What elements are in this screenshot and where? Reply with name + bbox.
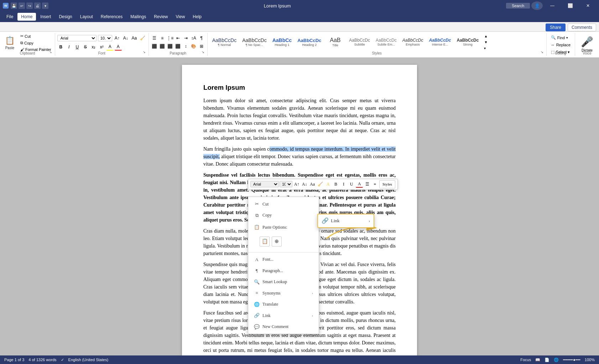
line-spacing-button[interactable]: ↕ xyxy=(182,43,189,50)
redo-tool[interactable]: ↪ xyxy=(26,2,33,9)
ctx-paragraph[interactable]: ¶ Paragraph... xyxy=(248,265,319,276)
decrease-indent-button[interactable]: ⇤ xyxy=(175,35,182,42)
superscript-button[interactable]: x² xyxy=(98,43,105,51)
ctx-new-comment[interactable]: 💬 New Comment xyxy=(248,321,319,333)
menu-file[interactable]: File xyxy=(3,13,17,21)
share-button[interactable]: Share xyxy=(546,24,566,31)
customize-tool[interactable]: ▾ xyxy=(42,2,48,9)
menu-view[interactable]: View xyxy=(172,13,189,21)
link-tooltip[interactable]: 🔗 Link › xyxy=(317,214,374,228)
replace-button[interactable]: ↔ Replace xyxy=(549,42,573,48)
clipboard-expand[interactable]: ↘ xyxy=(49,50,54,55)
style-strong[interactable]: AaBbCcDc Strong xyxy=(454,37,481,47)
style-no-spacing[interactable]: AaBbCcDc ¶ No Spac... xyxy=(240,36,269,48)
mini-clear-btn[interactable]: 🧹 xyxy=(317,181,324,188)
paste-merge-format[interactable]: ⊕ xyxy=(272,236,282,246)
style-intense-emphasis[interactable]: AaBbCcDc Intense E... xyxy=(426,37,453,47)
mini-highlight-btn[interactable]: A xyxy=(324,181,332,188)
print-tool[interactable]: 🖨 xyxy=(34,2,41,9)
underline-button[interactable]: U xyxy=(74,43,81,51)
search-box[interactable]: Search xyxy=(506,3,530,9)
menu-home[interactable]: Home xyxy=(17,13,36,21)
ctx-translate[interactable]: 🌐 Translate xyxy=(248,299,319,310)
strikethrough-button[interactable]: S xyxy=(82,43,89,51)
show-formatting-button[interactable]: ¶ xyxy=(198,35,205,42)
view-print-icon[interactable]: 📄 xyxy=(545,358,549,362)
style-normal[interactable]: AaBbCcDc ¶ Normal xyxy=(210,36,239,48)
ctx-font[interactable]: A Font... xyxy=(248,254,319,265)
styles-more[interactable]: ▾ xyxy=(483,46,488,51)
copy-button[interactable]: ⧉ Copy xyxy=(19,40,53,46)
numbered-list-button[interactable]: ≡ xyxy=(159,35,166,42)
style-subtitle[interactable]: AaBbCcDc Subtitle xyxy=(347,37,373,47)
mini-font-select[interactable]: Arial xyxy=(250,181,279,187)
mini-fontcolor-btn[interactable]: A xyxy=(356,181,363,188)
menu-references[interactable]: References xyxy=(97,13,126,21)
borders-button[interactable]: ⊞ xyxy=(198,43,205,50)
style-emphasis[interactable]: AaBbCcDc Emphasis xyxy=(400,37,426,47)
ctx-synonyms[interactable]: ≡ Synonyms › xyxy=(248,287,319,299)
menu-help[interactable]: Help xyxy=(189,13,205,21)
view-read-icon[interactable]: 📖 xyxy=(535,358,540,362)
undo-tool[interactable]: ↩ xyxy=(19,2,25,9)
mini-italic-btn[interactable]: I xyxy=(340,181,347,188)
mini-bold-btn[interactable]: B xyxy=(332,181,339,188)
style-subtle-emphasis[interactable]: AaBbCcDc Subtle Em... xyxy=(373,37,399,47)
ctx-cut[interactable]: ✂ Cut xyxy=(248,198,319,210)
mini-numbered-btn[interactable]: ≡ xyxy=(371,181,379,188)
styles-expand[interactable]: ↘ xyxy=(541,50,546,55)
mini-increase-btn[interactable]: A↑ xyxy=(293,181,300,188)
paste-keep-source[interactable]: 📋 xyxy=(260,236,270,246)
user-avatar[interactable]: 👤 xyxy=(531,1,543,10)
change-case-button[interactable]: Aa xyxy=(131,35,138,42)
font-color-button[interactable]: A xyxy=(115,43,122,51)
align-center-button[interactable]: ⬛ xyxy=(159,43,166,50)
mini-styles-btn[interactable]: Styles xyxy=(379,180,395,188)
style-heading2[interactable]: AaBbCcDc Heading 2 xyxy=(295,37,324,48)
restore-button[interactable]: ⬜ xyxy=(562,0,578,11)
paste-button[interactable]: 📋 Paste xyxy=(2,35,17,51)
mini-underline-btn[interactable]: U xyxy=(348,181,355,188)
document-page[interactable]: Lorem Ipsum Lorem ipsum dolor sit amet, … xyxy=(182,65,417,355)
font-size-increase[interactable]: A↑ xyxy=(114,35,121,42)
increase-indent-button[interactable]: ⇥ xyxy=(182,35,189,42)
mini-changecase-btn[interactable]: Aa xyxy=(309,181,316,188)
menu-insert[interactable]: Insert xyxy=(37,13,54,21)
shading-button[interactable]: 🎨 xyxy=(190,43,197,50)
menu-review[interactable]: Review xyxy=(150,13,171,21)
sort-button[interactable]: ↕A xyxy=(190,35,197,42)
style-title[interactable]: AaB Title xyxy=(324,36,346,48)
font-name-select[interactable]: Arial xyxy=(57,35,97,41)
mini-decrease-btn[interactable]: A↓ xyxy=(301,181,308,188)
highlight-button[interactable]: A xyxy=(106,43,114,51)
view-web-icon[interactable]: 🌐 xyxy=(554,358,559,362)
zoom-slider[interactable]: ━━━━●━━ xyxy=(563,358,580,362)
align-right-button[interactable]: ⬛ xyxy=(167,43,174,50)
ctx-smart-lookup[interactable]: 🔍 Smart Lookup xyxy=(248,276,319,288)
justify-button[interactable]: ⬛ xyxy=(175,43,182,50)
paragraph-expand[interactable]: ↘ xyxy=(202,50,207,55)
menu-layout[interactable]: Layout xyxy=(77,13,97,21)
focus-button[interactable]: Focus xyxy=(520,358,531,362)
styles-up[interactable]: ▲ xyxy=(483,33,488,39)
styles-down[interactable]: ▼ xyxy=(483,40,488,45)
style-heading1[interactable]: AaBbCc Heading 1 xyxy=(270,36,294,48)
comments-button[interactable]: Comments xyxy=(568,24,596,31)
ctx-copy[interactable]: ⧉ Copy xyxy=(248,210,319,221)
align-left-button[interactable]: ⬛ xyxy=(151,43,158,50)
font-size-select[interactable]: 10.5 xyxy=(98,35,112,41)
bullet-list-button[interactable]: ☰ xyxy=(151,35,158,42)
clear-formatting-button[interactable]: 🧹 xyxy=(139,35,146,42)
bold-button[interactable]: B xyxy=(57,43,64,51)
dictate-button[interactable]: 🎤 Dictate xyxy=(577,35,597,54)
menu-design[interactable]: Design xyxy=(55,13,75,21)
italic-button[interactable]: I xyxy=(66,43,73,51)
close-button[interactable]: ✕ xyxy=(580,0,596,11)
cut-button[interactable]: ✂ Cut xyxy=(19,33,53,39)
mini-size-select[interactable]: 10.5 xyxy=(280,181,292,187)
multilevel-list-button[interactable]: ⋮≡ xyxy=(167,35,174,42)
font-expand[interactable]: ↘ xyxy=(143,50,148,55)
subscript-button[interactable]: x₂ xyxy=(90,43,97,51)
ctx-link[interactable]: 🔗 Link › xyxy=(248,310,319,321)
find-button[interactable]: 🔍 Find ▾ xyxy=(549,35,573,41)
